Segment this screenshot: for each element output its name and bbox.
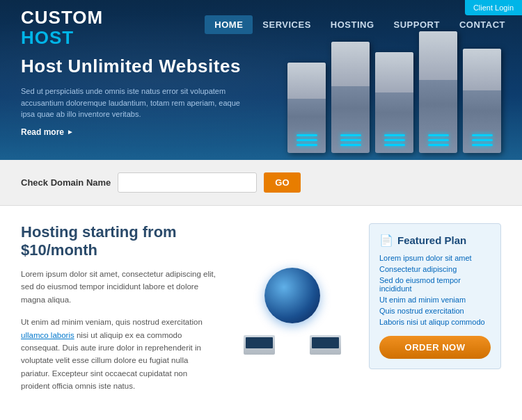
featured-plan: 📄 Featured Plan Lorem ipsum dolor sit am… [369, 223, 501, 369]
featured-plan-links: Lorem ipsum dolor sit amet Consectetur a… [379, 254, 491, 326]
server-tower-2 [331, 42, 370, 153]
read-more-link[interactable]: Read more [21, 127, 244, 137]
featured-link-6[interactable]: Laboris nisi ut aliqup commodo [379, 318, 491, 326]
server-tower-3 [375, 52, 413, 153]
order-now-button[interactable]: ORDER NOW [379, 336, 491, 359]
server-tower-1 [287, 63, 326, 153]
content-left: Hosting starting from $10/month Lorem ip… [21, 223, 216, 403]
go-button[interactable]: GO [264, 172, 300, 193]
hosting-title: Hosting starting from $10/month [21, 223, 216, 259]
globe-area [230, 223, 355, 403]
server-tower-5 [463, 49, 501, 153]
header: Client Login Custom HOSt HOME SERVICES H… [0, 0, 522, 160]
ullamco-link[interactable]: ullamco laboris [21, 331, 74, 339]
domain-bar: Check Domain Name GO [0, 160, 522, 206]
featured-link-4[interactable]: Ut enim ad minim veniam [379, 296, 491, 304]
nav-item-home[interactable]: HOME [205, 15, 253, 34]
hero-text: Host Unlimited Websites Sed ut perspicia… [21, 56, 244, 137]
globe-visual [240, 268, 345, 358]
featured-link-3[interactable]: Sed do eiusmod tempor incididunt [379, 276, 491, 293]
logo-custom: Custom [21, 7, 103, 29]
featured-link-5[interactable]: Quis nostrud exercitation [379, 307, 491, 315]
client-login-button[interactable]: Client Login [465, 0, 522, 15]
main-content: Hosting starting from $10/month Lorem ip… [0, 206, 522, 420]
featured-link-1[interactable]: Lorem ipsum dolor sit amet [379, 254, 491, 262]
hero-desc: Sed ut perspiciatis unde omnis iste natu… [21, 86, 244, 120]
domain-input[interactable] [118, 172, 257, 193]
document-icon: 📄 [379, 234, 393, 247]
hero-title: Host Unlimited Websites [21, 56, 244, 77]
hosting-desc-2: Ut enim ad minim veniam, quis nostrud ex… [21, 316, 216, 392]
server-tower-4 [419, 31, 457, 153]
logo-host: HOSt [21, 29, 103, 47]
globe-circle [264, 268, 320, 323]
server-illustration [264, 14, 501, 153]
laptop-left [244, 335, 275, 355]
featured-plan-title: 📄 Featured Plan [379, 234, 491, 247]
featured-link-2[interactable]: Consectetur adipiscing [379, 265, 491, 273]
laptop-right [310, 335, 341, 355]
logo: Custom HOSt [21, 7, 103, 47]
hosting-desc-1: Lorem ipsum dolor sit amet, consectetur … [21, 268, 216, 306]
domain-label: Check Domain Name [21, 177, 111, 188]
